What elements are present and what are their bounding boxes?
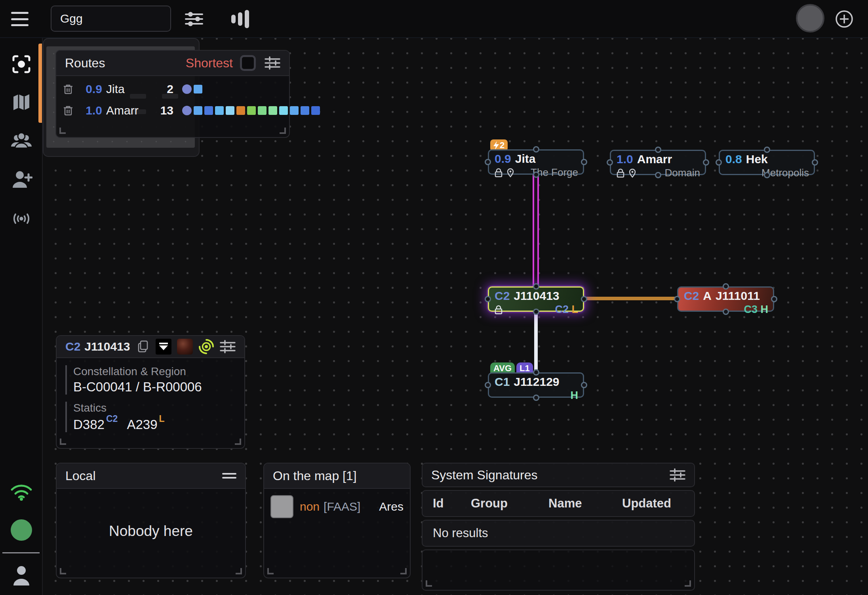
system-settings-sliders-icon[interactable]	[220, 340, 236, 353]
user-plus-icon[interactable]	[10, 169, 32, 191]
user-avatar[interactable]	[796, 4, 824, 32]
connection-white[interactable]	[534, 312, 538, 372]
node-handle[interactable]	[723, 309, 729, 315]
system-info-panel: C2 J110413	[56, 335, 245, 449]
activity-chart-icon[interactable]	[229, 8, 251, 30]
sidebar-divider	[2, 552, 40, 553]
shortest-mode-label[interactable]: Shortest	[186, 56, 233, 71]
resize-handle[interactable]	[59, 128, 66, 134]
shortest-checkbox[interactable]	[240, 55, 256, 71]
resize-handle[interactable]	[236, 568, 242, 574]
local-menu-icon[interactable]	[222, 472, 236, 479]
routes-panel-header[interactable]: Routes Shortest	[56, 51, 289, 76]
node-handle[interactable]	[771, 296, 777, 302]
constellation-region-section: Constellation & Region B-C00041 / B-R000…	[65, 365, 244, 395]
delete-route-icon[interactable]	[63, 84, 73, 95]
resize-handle[interactable]	[235, 439, 241, 445]
lock-icon	[617, 168, 624, 178]
system-node-j111011[interactable]: C2AJ111011 C3 H	[677, 286, 774, 312]
node-handle[interactable]	[716, 159, 722, 166]
node-handle[interactable]	[764, 172, 770, 178]
wormhole-class: C2	[495, 290, 510, 302]
node-handle[interactable]	[533, 309, 539, 315]
node-handle[interactable]	[533, 172, 539, 178]
system-node-hek[interactable]: 0.8Hek Metropolis	[719, 150, 815, 175]
route-row[interactable]: 1.0 Amarr 13	[63, 102, 289, 119]
lock-icon	[495, 305, 503, 315]
add-button[interactable]	[835, 10, 854, 29]
node-handle[interactable]	[533, 395, 539, 401]
routes-settings-sliders-icon[interactable]	[265, 56, 280, 70]
col-group[interactable]: Group	[471, 496, 548, 511]
signatures-settings-sliders-icon[interactable]	[670, 468, 685, 482]
person-icon[interactable]	[10, 565, 32, 587]
node-handle[interactable]	[655, 147, 661, 153]
users-icon[interactable]	[10, 130, 32, 152]
node-handle[interactable]	[703, 159, 709, 166]
resize-handle[interactable]	[685, 580, 691, 587]
map-icon[interactable]	[10, 91, 32, 113]
route-jump-square	[194, 106, 202, 115]
node-handle[interactable]	[485, 296, 491, 302]
status-dot[interactable]	[10, 519, 32, 541]
statics-section: Statics D382C2 A239L	[65, 402, 244, 432]
route-row[interactable]: 0.9 Jita 2	[63, 81, 289, 97]
resize-handle[interactable]	[267, 568, 274, 574]
routes-title: Routes	[65, 56, 105, 71]
resize-handle[interactable]	[60, 568, 66, 574]
system-info-header[interactable]: C2 J110413	[57, 336, 244, 358]
wifi-icon	[10, 481, 32, 503]
local-panel-header[interactable]: Local	[57, 463, 245, 489]
connection-orange[interactable]	[584, 297, 678, 300]
map-name-input[interactable]	[51, 6, 171, 32]
resize-handle[interactable]	[426, 580, 432, 587]
resize-handle[interactable]	[400, 568, 407, 574]
resize-handle[interactable]	[60, 439, 66, 445]
node-handle[interactable]	[485, 159, 491, 165]
col-id[interactable]: Id	[433, 496, 471, 511]
resize-handle[interactable]	[280, 128, 286, 134]
col-name[interactable]: Name	[548, 496, 622, 511]
node-handle[interactable]	[581, 296, 587, 302]
system-node-j112129[interactable]: C1J112129 H	[488, 372, 584, 398]
route-origin-dot	[182, 84, 192, 94]
copy-icon[interactable]	[137, 340, 148, 353]
map-canvas[interactable]: 2 AVG L1 0.9Jita The Forge 1.0Amarr Doma…	[43, 38, 868, 595]
hamburger-menu-icon[interactable]	[11, 12, 29, 26]
system-signatures-panel: System Signatures Id Group Name Updated	[422, 463, 695, 580]
route-destination: Jita	[106, 82, 125, 96]
delete-route-icon[interactable]	[63, 105, 73, 116]
triangle-flag-icon[interactable]	[156, 339, 171, 355]
node-handle[interactable]	[533, 283, 539, 290]
node-handle[interactable]	[607, 159, 613, 166]
system-node-jita[interactable]: 0.9Jita The Forge	[488, 149, 584, 175]
on-the-map-header[interactable]: On the map [1]	[264, 463, 410, 489]
node-handle[interactable]	[723, 283, 729, 290]
wormhole-class: C1	[495, 376, 510, 388]
connection-frigate-magenta[interactable]	[533, 175, 539, 286]
corp-ticker: [FAAS]	[324, 500, 360, 513]
route-jump-square	[215, 106, 224, 115]
node-handle[interactable]	[674, 296, 680, 302]
statics-value: D382C2 A239L	[73, 416, 244, 432]
locate-icon[interactable]	[198, 339, 214, 355]
map-filters-sliders-icon[interactable]	[183, 8, 205, 30]
route-security: 0.9	[79, 82, 102, 96]
node-handle[interactable]	[533, 369, 539, 376]
signatures-header[interactable]: System Signatures	[422, 463, 695, 487]
system-node-amarr[interactable]: 1.0Amarr Domain	[610, 150, 706, 175]
broadcast-icon[interactable]	[10, 208, 32, 230]
node-handle[interactable]	[812, 159, 818, 166]
node-handle[interactable]	[764, 147, 770, 153]
pilot-row[interactable]: non [FAAS] Ares	[270, 495, 404, 518]
signatures-body	[422, 549, 695, 591]
planet-thumbnail[interactable]	[177, 339, 193, 355]
node-handle[interactable]	[485, 382, 491, 388]
node-handle[interactable]	[581, 382, 587, 388]
node-handle[interactable]	[533, 146, 539, 153]
system-node-j110413-selected[interactable]: C2J110413 C2 L	[488, 286, 584, 312]
focus-icon[interactable]	[10, 53, 32, 75]
col-updated[interactable]: Updated	[622, 496, 694, 511]
node-handle[interactable]	[581, 159, 587, 165]
node-handle[interactable]	[655, 172, 661, 178]
